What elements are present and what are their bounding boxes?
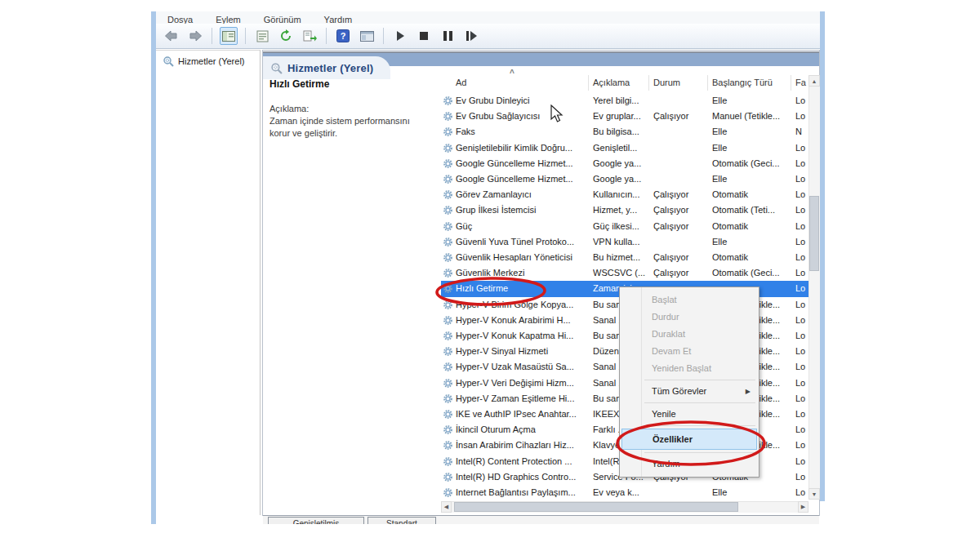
column-header-3[interactable]: Durum [653,78,680,87]
service-startup-type: Otomatik [712,250,797,265]
services-magnifier-icon [163,56,174,67]
service-logon-as: Lo [795,375,808,391]
service-status: Çalışıyor [653,265,709,281]
service-logon-as: Lo [795,438,808,453]
service-gear-icon [443,96,453,106]
service-logon-as: Lo [795,281,808,296]
tab-genişletilmiş[interactable]: Genişletilmiş [268,517,364,524]
menu-dosya[interactable]: Dosya [156,15,204,24]
service-name: Internet Bağlantısı Paylaşım... [456,485,591,500]
service-description: Ev gruplar... [593,109,650,124]
menu-item-yardım[interactable]: Yardım [620,455,759,473]
service-description: Google ya... [593,156,650,171]
service-row[interactable]: Internet Bağlantısı Paylaşım...Ev veya k… [441,485,808,500]
service-name: Güvenlik Hesapları Yöneticisi [456,250,591,265]
column-divider[interactable] [707,75,708,91]
start-service-icon[interactable] [391,27,409,45]
horizontal-scrollbar-thumb[interactable] [454,502,738,512]
sidebar-item-services-local[interactable]: Hizmetler (Yerel) [156,51,260,67]
menu-item-yeniden-başlat[interactable]: Yeniden Başlat [620,360,759,377]
menu-item-durdur[interactable]: Durdur [620,309,759,326]
service-name: Görev Zamanlayıcı [456,187,591,202]
pause-service-icon[interactable] [439,27,457,45]
service-row[interactable]: Görev ZamanlayıcıKullanıcın...ÇalışıyorO… [441,187,808,202]
menu-item-yenile[interactable]: Yenile [620,406,759,423]
menu-item-duraklat[interactable]: Duraklat [620,326,759,343]
service-gear-icon [443,268,453,278]
context-menu: BaşlatDurdurDuraklatDevam EtYeniden Başl… [619,287,760,478]
service-name: Hyper-V Uzak Masaüstü Sa... [456,359,591,375]
service-logon-as: Lo [795,219,808,234]
menu-eylem[interactable]: Eylem [204,15,252,24]
scroll-right-icon[interactable]: ▶ [798,501,808,513]
service-status: Çalışıyor [653,219,709,234]
service-description: Google ya... [593,171,650,187]
console-tree-icon[interactable] [220,27,238,45]
service-logon-as: Lo [795,344,808,359]
scroll-down-icon[interactable]: ▼ [808,488,820,500]
stop-service-icon[interactable] [415,27,433,45]
service-description: WSCSVC (... [593,265,650,281]
service-row[interactable]: Güvenlik Hesapları YöneticisiBu hizmet..… [441,250,808,265]
service-row[interactable]: GüçGüç ilkesi...ÇalışıyorOtomatikLo [441,219,808,234]
service-startup-type: Otomatik [712,187,797,202]
svg-text:?: ? [341,31,346,41]
vertical-scrollbar[interactable] [808,75,820,500]
forward-icon[interactable] [186,27,204,45]
service-name: Faks [456,124,591,140]
menu-item-özellikler[interactable]: Özellikler [621,429,757,450]
tab-standart[interactable]: Standart [368,517,436,524]
menu-item-başlat[interactable]: Başlat [620,291,759,309]
column-header-5[interactable]: Fa [795,78,806,87]
export-list-icon[interactable] [301,27,318,45]
service-row[interactable]: Google Güncelleme Hizmet...Google ya...O… [441,156,808,171]
service-logon-as: Lo [795,234,808,250]
menu-yardım[interactable]: Yardım [313,15,364,24]
service-gear-icon [443,237,453,247]
restart-service-icon[interactable] [462,27,480,45]
service-name: Hyper-V Veri Değişimi Hizm... [456,375,591,391]
column-divider[interactable] [791,75,791,91]
service-gear-icon [443,346,453,357]
service-logon-as: Lo [795,359,808,375]
scroll-left-icon[interactable]: ◀ [441,501,452,513]
service-row[interactable]: Güvenli Yuva Tünel Protoko...VPN kulla..… [441,234,808,250]
service-row[interactable]: Güvenlik MerkeziWSCSVC (...ÇalışıyorOtom… [441,265,808,281]
service-row[interactable]: Ev Grubu SağlayıcısıEv gruplar...Çalışıy… [441,109,808,124]
menu-görünüm[interactable]: Görünüm [252,15,313,24]
menu-item-tüm-görevler[interactable]: Tüm Görevler▶ [620,383,759,400]
service-name: Hyper-V Sinyal Hizmeti [456,344,591,359]
help-icon[interactable]: ? [334,27,352,45]
service-gear-icon [443,331,453,341]
service-row[interactable]: Genişletilebilir Kimlik Doğru...Genişlet… [441,140,808,156]
sort-ascending-icon: ^ [510,69,514,78]
service-name: Hyper-V Birim Gölge Kopya... [456,297,591,313]
menu-item-devam-et[interactable]: Devam Et [620,343,759,360]
properties-icon[interactable] [253,27,271,45]
column-divider[interactable] [588,75,589,91]
service-row[interactable]: Grup İlkesi İstemcisiHizmet, y...Çalışıy… [441,202,808,218]
service-name: Intel(R) Content Protection ... [456,454,591,469]
column-header-2[interactable]: Açıklama [593,78,630,87]
scroll-up-icon[interactable]: ▲ [808,75,820,87]
vertical-scrollbar-thumb[interactable] [809,196,819,271]
back-icon[interactable] [163,27,180,45]
column-divider[interactable] [648,75,649,91]
service-row[interactable]: Ev Grubu DinleyiciYerel bilgi...ElleLo [441,93,808,109]
service-logon-as: Lo [795,297,808,313]
refresh-icon[interactable] [277,27,295,45]
column-header-1[interactable]: Ad [456,78,466,87]
menu-separator [620,423,759,429]
description-label: Açıklama: [270,104,309,113]
table-header: ^ AdAçıklamaDurumBaşlangıç TürüFa [441,73,808,93]
service-logon-as: Lo [795,422,808,438]
show-console-icon[interactable] [358,27,376,45]
column-header-4[interactable]: Başlangıç Türü [712,78,773,87]
service-gear-icon [443,487,453,498]
service-gear-icon [443,174,453,184]
service-name: Ev Grubu Sağlayıcısı [456,109,591,124]
service-logon-as: Lo [795,250,808,265]
service-gear-icon [443,252,453,263]
service-row[interactable]: FaksBu bilgisa...ElleN [441,124,808,140]
service-row[interactable]: Google Güncelleme Hizmet...Google ya...E… [441,171,808,187]
